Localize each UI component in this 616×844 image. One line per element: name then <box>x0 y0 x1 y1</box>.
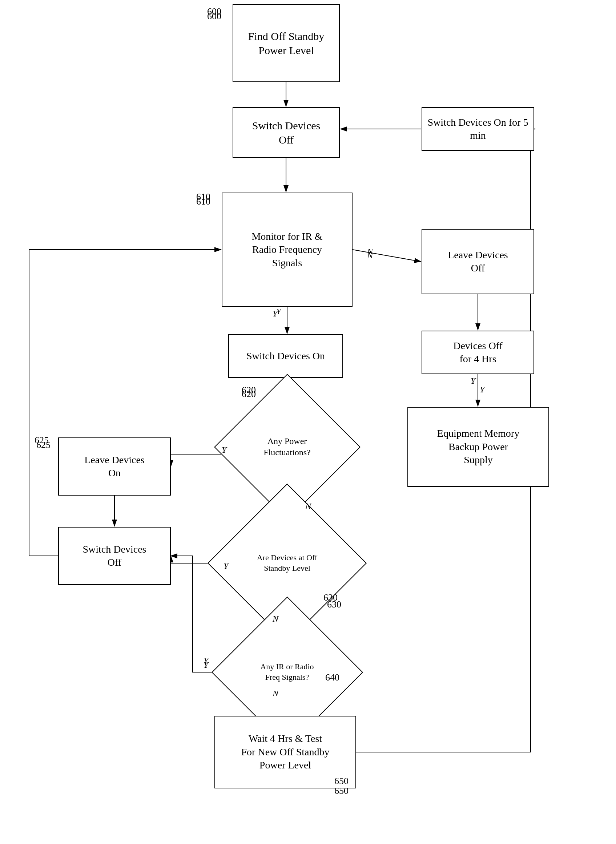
svg-line-4 <box>352 250 421 262</box>
ref-620: 620 <box>242 389 256 400</box>
switch-devices-off-1-label: Switch Devices Off <box>252 119 320 147</box>
n-label-monitor-leave: N <box>367 251 373 261</box>
find-off-standby-box: Find Off Standby Power Level <box>233 4 340 82</box>
y-label-devices-off: Y <box>471 376 475 386</box>
switch-devices-on-label: Switch Devices On <box>246 350 325 363</box>
svg-text:Y: Y <box>480 385 485 394</box>
n-label-devices-ir: N <box>273 614 279 624</box>
any-ir-radio-diamond: Any IR or Radio Freq Signals? <box>207 625 367 719</box>
ref-610: 610 <box>196 196 210 207</box>
monitor-ir-label: Monitor for IR & Radio Frequency Signals <box>251 230 322 270</box>
equipment-memory-box: Equipment Memory Backup Power Supply <box>408 407 549 487</box>
leave-devices-on-label: Leave Devices On <box>84 453 145 480</box>
leave-devices-on-box: Leave Devices On <box>58 437 171 495</box>
any-power-fluctuations-label: Any Power Fluctuations? <box>262 434 312 460</box>
y-label-devices-switch: Y <box>223 561 228 571</box>
leave-devices-off-label: Leave Devices Off <box>448 249 508 275</box>
switch-devices-off-2-label: Switch Devices Off <box>83 543 147 569</box>
switch-devices-off-1-box: Switch Devices Off <box>233 107 340 158</box>
devices-off-4hrs-label: Devices Off for 4 Hrs <box>453 339 503 366</box>
switch-devices-off-2-box: Switch Devices Off <box>58 527 171 585</box>
flowchart: Y Y N Y N 630 N 640 Y 650 N Y 610 600 62… <box>0 0 616 844</box>
n-label-power-devices: N <box>305 501 311 511</box>
ref-630: 630 <box>323 592 337 603</box>
switch-devices-on-5min-label: Switch Devices On for 5 min <box>425 116 531 142</box>
y-label-power-leave: Y <box>222 445 226 455</box>
are-devices-at-off-standby-label: Are Devices at Off Standby Level <box>255 551 319 575</box>
any-ir-radio-label: Any IR or Radio Freq Signals? <box>258 660 315 684</box>
equipment-memory-label: Equipment Memory Backup Power Supply <box>437 427 519 466</box>
monitor-ir-box: Monitor for IR & Radio Frequency Signals <box>222 193 352 307</box>
ref-650: 650 <box>334 776 349 787</box>
ref-600: 600 <box>207 11 221 22</box>
ref-625: 625 <box>36 440 50 451</box>
devices-off-4hrs-box: Devices Off for 4 Hrs <box>422 331 534 374</box>
leave-devices-off-box: Leave Devices Off <box>422 229 534 294</box>
switch-devices-on-box: Switch Devices On <box>228 334 343 378</box>
wait-4hrs-label: Wait 4 Hrs & Test For New Off Standby Po… <box>241 732 330 772</box>
any-power-fluctuations-diamond: Any Power Fluctuations? <box>211 396 364 498</box>
n-label-ir-wait: N <box>273 689 279 698</box>
y-label-monitor-switch: Y <box>273 309 277 319</box>
switch-devices-on-5min-box: Switch Devices On for 5 min <box>422 107 534 151</box>
ref-640: 640 <box>325 672 339 683</box>
y-label-ir-left: Y <box>204 656 208 665</box>
find-off-standby-label: Find Off Standby Power Level <box>248 29 324 57</box>
